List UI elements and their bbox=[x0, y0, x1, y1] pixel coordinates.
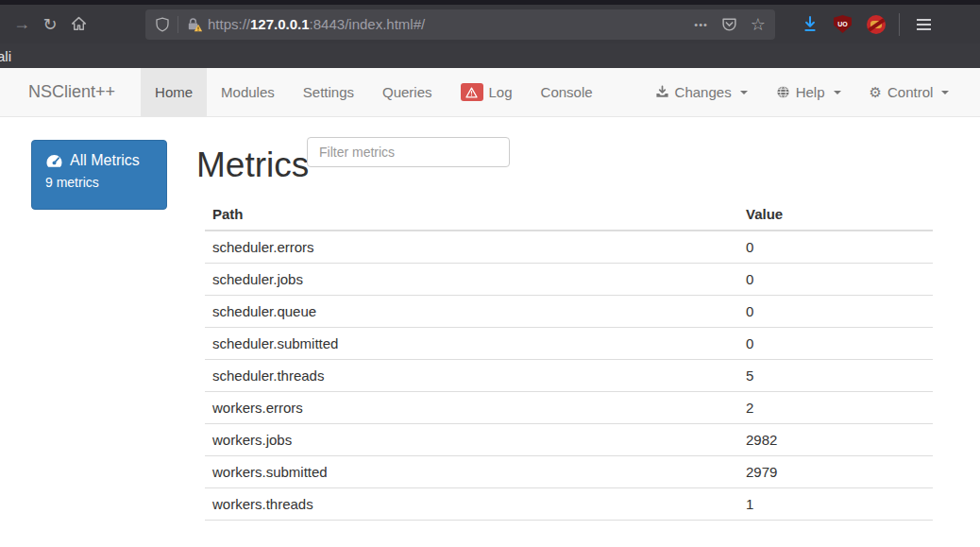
menu-help[interactable]: Help bbox=[762, 68, 855, 116]
table-row: scheduler.errors0 bbox=[205, 231, 933, 264]
all-metrics-card[interactable]: All Metrics 9 metrics bbox=[31, 140, 167, 210]
cookie-blocker-extension-icon[interactable] bbox=[867, 15, 886, 34]
nav-item-modules[interactable]: Modules bbox=[207, 68, 289, 116]
warning-triangle-icon bbox=[465, 87, 478, 98]
table-header-row: Path Value bbox=[205, 198, 933, 231]
metric-path-cell: scheduler.errors bbox=[205, 231, 738, 264]
page-actions-icon[interactable]: ••• bbox=[694, 19, 708, 30]
filter-metrics-input[interactable] bbox=[307, 137, 510, 167]
metric-path-cell: scheduler.submitted bbox=[205, 328, 738, 360]
metric-value-cell: 0 bbox=[738, 264, 933, 296]
download-icon bbox=[655, 85, 669, 99]
toolbar-separator bbox=[899, 13, 900, 36]
desktop-label: ali bbox=[0, 48, 11, 64]
table-row: workers.errors2 bbox=[205, 392, 933, 424]
chevron-down-icon bbox=[740, 91, 748, 94]
page-title: Metrics bbox=[196, 145, 309, 185]
menu-icon[interactable] bbox=[911, 13, 937, 36]
home-icon[interactable] bbox=[64, 10, 93, 39]
table-row: scheduler.submitted0 bbox=[205, 328, 933, 360]
metric-path-cell: workers.jobs bbox=[205, 424, 738, 456]
desktop-strip: ali bbox=[0, 43, 980, 68]
app-navbar: NSClient++ Home Modules Settings Queries… bbox=[0, 68, 980, 117]
metric-value-cell: 2982 bbox=[738, 424, 933, 456]
metric-path-cell: workers.threads bbox=[205, 488, 738, 521]
metric-path-cell: scheduler.threads bbox=[205, 360, 738, 392]
metrics-card-count: 9 metrics bbox=[45, 175, 153, 190]
gear-icon: ⚙︎ bbox=[870, 84, 882, 101]
pocket-icon[interactable] bbox=[721, 16, 737, 32]
metric-value-cell: 2979 bbox=[738, 456, 933, 488]
metric-path-cell: scheduler.queue bbox=[205, 296, 738, 328]
metrics-card-title: All Metrics bbox=[70, 152, 140, 169]
url-text[interactable]: https://127.0.0.1:8443/index.html#/ bbox=[208, 16, 686, 32]
menu-control[interactable]: ⚙︎ Control bbox=[855, 68, 964, 116]
table-row: workers.jobs2982 bbox=[205, 424, 933, 456]
table-row: workers.submitted2979 bbox=[205, 456, 933, 488]
nav-item-queries[interactable]: Queries bbox=[368, 68, 447, 116]
table-row: workers.threads1 bbox=[205, 488, 933, 521]
bookmark-star-icon[interactable]: ☆ bbox=[751, 14, 766, 35]
gauge-icon bbox=[45, 153, 63, 169]
metric-value-cell: 0 bbox=[738, 296, 933, 328]
urlbar-separator bbox=[177, 16, 178, 33]
chevron-down-icon bbox=[834, 91, 841, 94]
page-content: All Metrics 9 metrics Metrics Path Value… bbox=[0, 117, 980, 547]
ublock-extension-icon[interactable]: UO bbox=[834, 15, 852, 33]
nav-item-log[interactable]: Log bbox=[447, 68, 527, 116]
browser-toolbar: → ↻ https://127.0.0.1:8443/index.html#/ … bbox=[0, 5, 980, 43]
metric-value-cell: 0 bbox=[738, 328, 933, 360]
menu-changes[interactable]: Changes bbox=[641, 68, 762, 116]
brand[interactable]: NSClient++ bbox=[0, 68, 129, 116]
metric-value-cell: 5 bbox=[738, 360, 933, 392]
downloads-icon[interactable] bbox=[802, 16, 819, 33]
table-row: scheduler.threads5 bbox=[205, 360, 933, 392]
tracking-shield-icon[interactable] bbox=[155, 17, 170, 32]
log-warning-badge bbox=[461, 83, 483, 101]
metric-value-cell: 1 bbox=[738, 488, 933, 521]
forward-icon[interactable]: → bbox=[8, 10, 36, 39]
metric-value-cell: 2 bbox=[738, 392, 933, 424]
globe-icon bbox=[776, 85, 790, 99]
prohibition-slash-icon bbox=[867, 15, 886, 32]
col-header-path: Path bbox=[205, 198, 738, 231]
table-row: scheduler.queue0 bbox=[205, 296, 933, 328]
nav-item-console[interactable]: Console bbox=[527, 68, 607, 116]
nav-item-settings[interactable]: Settings bbox=[289, 68, 368, 116]
metrics-table: Path Value scheduler.errors0scheduler.jo… bbox=[205, 198, 933, 521]
chevron-down-icon bbox=[941, 91, 949, 94]
metric-path-cell: scheduler.jobs bbox=[205, 264, 738, 296]
reload-icon[interactable]: ↻ bbox=[36, 10, 64, 39]
table-row: scheduler.jobs0 bbox=[205, 264, 933, 296]
metric-path-cell: workers.errors bbox=[205, 392, 738, 424]
lock-warning-icon[interactable] bbox=[186, 17, 200, 31]
metric-path-cell: workers.submitted bbox=[205, 456, 738, 488]
logout-button[interactable] bbox=[963, 68, 980, 116]
metric-value-cell: 0 bbox=[738, 231, 933, 264]
url-bar[interactable]: https://127.0.0.1:8443/index.html#/ ••• … bbox=[145, 9, 775, 40]
nav-item-home[interactable]: Home bbox=[141, 68, 207, 116]
metrics-table-body: scheduler.errors0scheduler.jobs0schedule… bbox=[205, 231, 933, 521]
col-header-value: Value bbox=[738, 198, 933, 231]
